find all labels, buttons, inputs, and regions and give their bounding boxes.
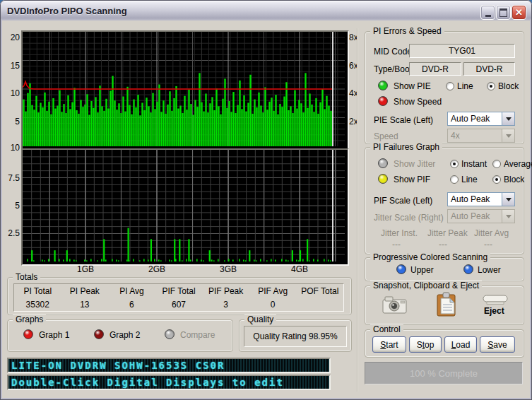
pif-axis-10: 10 <box>3 143 20 153</box>
lower-led-button[interactable] <box>463 264 473 274</box>
pie-line-label: Line <box>457 81 473 91</box>
jitter-scale-dropdown-arrow <box>502 210 514 223</box>
jitter-inst-label: Jitter Inst. <box>381 228 418 238</box>
pif-graph <box>23 150 345 261</box>
lower-label: Lower <box>478 265 501 275</box>
book-field: DVD-R <box>463 62 515 76</box>
compare-label: Compare <box>180 330 215 340</box>
pie-block-radio[interactable] <box>487 82 495 90</box>
quality-rating: Quality Rating 98.95% <box>253 331 337 341</box>
pif-line-radio[interactable] <box>450 175 459 184</box>
pie-scale-dropdown[interactable]: Auto Peak <box>447 112 515 126</box>
graph2-led-button[interactable] <box>94 329 104 339</box>
jitter-instant-label: Instant <box>461 159 487 169</box>
totals-col-pi-avg: PI Avg6 <box>108 284 155 310</box>
upper-led-button[interactable] <box>396 264 406 274</box>
pif-line-label: Line <box>461 175 478 184</box>
graph1-led-button[interactable] <box>23 329 33 339</box>
pif-axis-2-5: 2.5 <box>3 228 20 238</box>
pie-line-radio[interactable] <box>446 82 454 90</box>
pie-axis-20: 20 <box>3 33 20 42</box>
lcd-hint-display[interactable]: Double-Click Digital Displays to edit <box>7 375 331 390</box>
speed-dropdown-arrow <box>502 129 514 142</box>
graphs-group-title: Graphs <box>13 314 46 324</box>
progressive-group-title: Progressive Colored Scanning <box>370 252 490 262</box>
pie-block-label: Block <box>498 81 519 91</box>
stop-button[interactable]: Stop <box>409 336 442 353</box>
maximize-button[interactable] <box>496 5 511 20</box>
show-speed-led-button[interactable] <box>378 96 388 106</box>
totals-col-pof-total: POF Total <box>296 284 343 310</box>
lcd-drive-text: LITE-ON DVDRW SOHW-1653S CS0R <box>8 360 225 371</box>
window-title: DVDInfoPro PIPO Scanning <box>7 6 127 16</box>
x-axis-2gb: 2GB <box>145 264 169 274</box>
graph1-label: Graph 1 <box>39 330 69 340</box>
pie-axis-15: 15 <box>3 61 20 71</box>
pi-failures-group-title: PI Failures Graph <box>370 142 442 152</box>
pif-scale-dropdown-arrow[interactable] <box>502 193 514 206</box>
pie-axis-10: 10 <box>3 88 20 98</box>
eject-label[interactable]: Eject <box>484 306 504 316</box>
lcd-drive-display[interactable]: LITE-ON DVDRW SOHW-1653S CS0R <box>7 358 331 373</box>
jitter-scale-dropdown: Auto Peak <box>447 209 515 223</box>
pi-errors-group-title: PI Errors & Speed <box>370 26 444 36</box>
progress-text: 100 % Complete <box>410 368 478 379</box>
minimize-icon <box>485 15 491 17</box>
panel-separator <box>357 28 358 392</box>
totals-group: Totals PI Total35302 PI Peak13 PI Avg6 P… <box>7 277 352 315</box>
totals-col-pif-avg: PIF Avg0 <box>249 284 297 310</box>
type-field: DVD-R <box>409 62 461 76</box>
graph2-label: Graph 2 <box>110 330 140 340</box>
quality-panel: Quality Rating 98.95% <box>244 326 347 347</box>
show-jitter-label: Show Jitter <box>394 159 435 169</box>
show-pie-led-button[interactable] <box>378 81 388 90</box>
progress-bar: 100 % Complete <box>365 362 523 384</box>
show-pif-label: Show PIF <box>394 175 430 184</box>
quality-group-title: Quality <box>244 314 276 324</box>
speed-dropdown: 4x <box>447 129 515 143</box>
title-bar[interactable]: DVDInfoPro PIPO Scanning ✕ <box>1 1 531 20</box>
show-pif-led-button[interactable] <box>378 174 388 184</box>
camera-snapshot-icon[interactable] <box>382 295 408 314</box>
pie-scale-label: PIE Scale (Left) <box>374 115 433 125</box>
pi-failures-group: PI Failures Graph Show Jitter Instant Av… <box>365 147 524 254</box>
minimize-button[interactable] <box>480 5 495 20</box>
jitter-average-radio[interactable] <box>492 160 501 168</box>
clipboard-copy-icon[interactable] <box>436 292 457 317</box>
totals-group-title: Totals <box>13 272 40 282</box>
maximize-icon <box>500 8 507 17</box>
show-pie-label: Show PIE <box>394 81 431 91</box>
jitter-peak-label: Jitter Peak <box>427 228 468 238</box>
save-button[interactable]: Save <box>480 336 515 353</box>
totals-col-pif-total: PIF Total607 <box>155 284 203 310</box>
jitter-instant-radio[interactable] <box>450 160 459 168</box>
show-speed-label: Show Speed <box>394 97 442 107</box>
app-window: DVDInfoPro PIPO Scanning ✕ 20 15 10 5 8x… <box>0 0 532 400</box>
show-jitter-led-button <box>378 158 388 168</box>
snapshot-group: Snapshot, Clipboard & Eject Eject <box>365 286 524 325</box>
totals-col-pi-total: PI Total35302 <box>14 284 61 310</box>
control-group: Control Start Stop Load Save <box>365 329 524 358</box>
x-axis-1gb: 1GB <box>73 264 97 274</box>
control-group-title: Control <box>370 324 403 334</box>
eject-drive-icon[interactable] <box>481 294 509 305</box>
jitter-inst-value: --- <box>392 240 401 249</box>
pif-block-label: Block <box>504 175 524 184</box>
pif-scale-label: PIF Scale (Left) <box>374 196 432 206</box>
pi-errors-group: PI Errors & Speed MID Code TYG01 Type/Bo… <box>365 31 524 144</box>
jitter-avg-value: --- <box>484 240 492 249</box>
pif-scale-dropdown[interactable]: Auto Peak <box>447 192 515 206</box>
speed-label: Speed <box>374 131 398 141</box>
pie-graph <box>23 32 345 146</box>
totals-table: PI Total35302 PI Peak13 PI Avg6 PIF Tota… <box>14 284 343 310</box>
close-button[interactable]: ✕ <box>512 5 526 20</box>
pie-axis-5: 5 <box>3 117 20 127</box>
load-button[interactable]: Load <box>444 336 477 353</box>
mid-code-field: TYG01 <box>409 44 515 58</box>
pif-block-radio[interactable] <box>492 175 501 184</box>
start-button[interactable]: Start <box>372 336 406 353</box>
jitter-peak-value: --- <box>439 240 447 249</box>
pif-axis-7-5: 7.5 <box>3 173 20 183</box>
jitter-avg-label: Jitter Avg <box>474 228 509 238</box>
pie-scale-dropdown-arrow[interactable] <box>502 112 514 125</box>
